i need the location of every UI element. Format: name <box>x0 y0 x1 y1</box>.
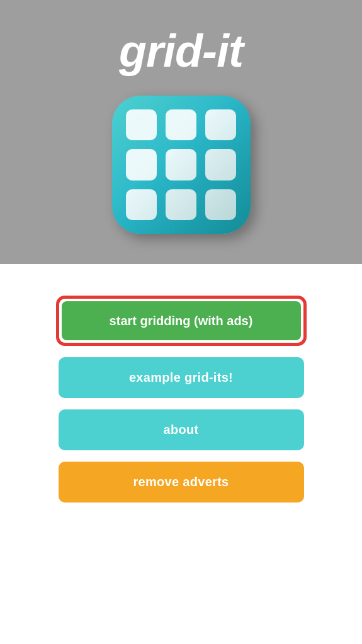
example-grid-its-button[interactable]: example grid-its! <box>59 357 304 398</box>
start-gridding-button[interactable]: start gridding (with ads) <box>62 301 301 340</box>
grid-cell <box>205 109 236 140</box>
grid-cell <box>126 189 157 220</box>
grid-cell <box>166 189 196 220</box>
app-title: grid-it <box>119 25 243 77</box>
grid-cell <box>126 149 157 180</box>
grid-cell <box>205 149 236 180</box>
start-button-wrapper: start gridding (with ads) <box>56 296 307 346</box>
remove-adverts-button[interactable]: remove adverts <box>59 462 304 502</box>
grid-cell <box>166 149 196 180</box>
grid-cell <box>205 189 236 220</box>
header-section: grid-it <box>0 0 362 264</box>
grid-cell <box>126 109 157 140</box>
app-icon-wrapper <box>112 96 251 234</box>
main-section: start gridding (with ads) example grid-i… <box>0 264 362 644</box>
about-button[interactable]: about <box>59 409 304 450</box>
grid-cell <box>166 109 196 140</box>
app-icon <box>112 96 251 234</box>
